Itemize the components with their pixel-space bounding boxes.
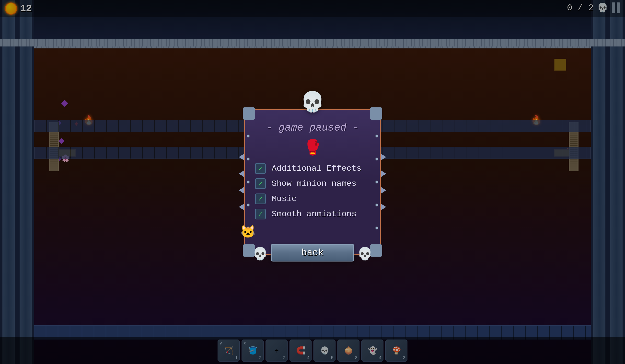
skull-decoration-br: 💀 — [357, 246, 373, 262]
skull-decoration-bl: 💀 — [252, 246, 268, 262]
option-label-music: Music — [272, 194, 297, 204]
option-label-show-minion-names: Show minion names — [272, 179, 357, 188]
pause-title: - game paused - — [266, 122, 359, 134]
scroll-icon: 🥊 — [303, 139, 322, 157]
option-show-minion-names[interactable]: Show minion names — [255, 178, 370, 189]
frame-dot — [247, 181, 250, 183]
frame-dot — [375, 204, 378, 207]
option-label-smooth-animations: Smooth anmiations — [272, 209, 357, 219]
checkbox-additional-effects[interactable] — [255, 163, 266, 174]
corner-decoration-tr — [370, 107, 382, 120]
pause-dialog: 💀 - game paused - 🥊 Additional Effects S… — [244, 109, 381, 255]
spike — [239, 154, 244, 160]
checkbox-music[interactable] — [255, 193, 266, 204]
frame-dots-left — [247, 124, 250, 240]
corner-decoration-tl — [243, 107, 255, 120]
option-smooth-animations[interactable]: Smooth anmiations — [255, 209, 370, 219]
frame-dot — [247, 135, 250, 137]
spike — [381, 187, 386, 194]
spike — [239, 170, 244, 177]
spike — [239, 204, 244, 210]
frame-dot — [247, 204, 250, 207]
option-label-additional-effects: Additional Effects — [272, 164, 361, 173]
spike-decoration-right — [381, 154, 386, 210]
red-cat-decoration: 🐱 — [240, 225, 255, 240]
frame-dot — [375, 227, 378, 229]
spike-decoration-left — [239, 154, 244, 210]
option-music[interactable]: Music — [255, 193, 370, 204]
frame-dot — [247, 157, 250, 160]
frame-dot — [375, 181, 378, 183]
frame-dot — [375, 157, 378, 160]
options-list: Additional Effects Show minion names Mus… — [255, 163, 370, 219]
pause-overlay: 💀 - game paused - 🥊 Additional Effects S… — [0, 0, 625, 364]
checkbox-smooth-animations[interactable] — [255, 209, 266, 219]
option-additional-effects[interactable]: Additional Effects — [255, 163, 370, 174]
spike — [381, 170, 386, 177]
dialog-character: 💀 — [300, 90, 325, 114]
back-button-label: back — [301, 247, 323, 258]
back-button[interactable]: back — [271, 244, 354, 262]
checkbox-show-minion-names[interactable] — [255, 178, 266, 189]
frame-dot — [375, 135, 378, 137]
frame-dots-right — [375, 124, 378, 240]
spike — [239, 187, 244, 194]
spike — [381, 204, 386, 210]
spike — [381, 154, 386, 160]
